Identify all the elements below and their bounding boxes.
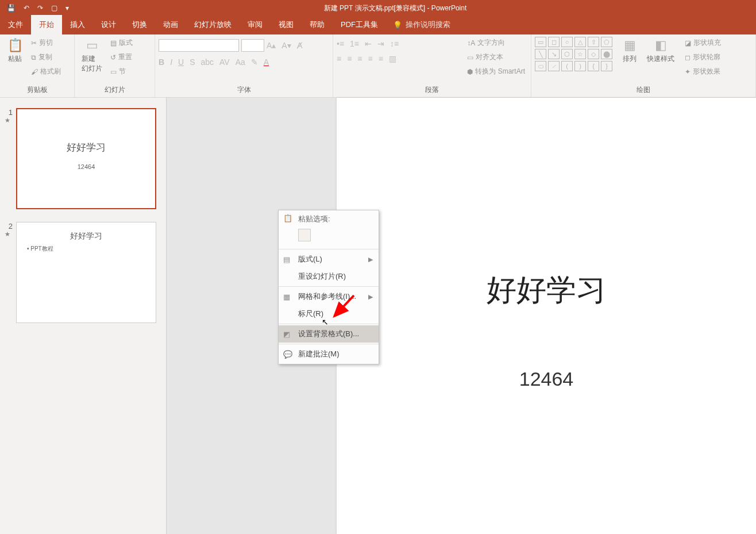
thumbnail-2-preview[interactable]: 好好学习 • PPT教程 bbox=[16, 222, 156, 323]
lightbulb-icon: 💡 bbox=[393, 21, 402, 29]
tell-me-search[interactable]: 💡 操作说明搜索 bbox=[386, 15, 457, 34]
menu-layout[interactable]: ▤ 版式(L)▶ bbox=[279, 251, 379, 268]
reset-button[interactable]: ↺重置 bbox=[108, 51, 135, 63]
slide-title-text[interactable]: 好好学习 bbox=[487, 270, 606, 310]
italic-button[interactable]: I bbox=[170, 57, 172, 67]
layout-button[interactable]: ▤版式 bbox=[108, 37, 135, 49]
grid-icon: ▦ bbox=[283, 293, 290, 301]
thumbnail-1-preview[interactable]: 好好学习 12464 bbox=[16, 108, 156, 209]
arrange-button[interactable]: ▦ 排列 bbox=[618, 37, 641, 65]
shapes-gallery[interactable]: ▭◻○△⇧⬠ ╲↘⬡☆◇⬤ ⬭⟋(){} bbox=[535, 37, 612, 71]
menu-separator bbox=[279, 249, 379, 249]
columns-button[interactable]: ▥ bbox=[389, 54, 396, 63]
underline-button[interactable]: U bbox=[178, 57, 184, 67]
strikethrough-button[interactable]: S bbox=[190, 57, 195, 67]
format-painter-button[interactable]: 🖌格式刷 bbox=[29, 66, 63, 78]
indent-decrease-button[interactable]: ⇤ bbox=[365, 39, 372, 48]
paste-options-row bbox=[279, 226, 379, 248]
slide-thumbnail-panel[interactable]: 1 ★ 好好学习 12464 2 ★ 好好学习 • PPT教程 bbox=[0, 98, 167, 534]
menu-grid-guides[interactable]: ▦ 网格和参考线(I)...▶ bbox=[279, 288, 379, 305]
font-name-selector[interactable] bbox=[159, 39, 239, 52]
new-slide-label: 新建 幻灯片 bbox=[82, 54, 102, 74]
distribute-button[interactable]: ≡ bbox=[379, 54, 383, 63]
chevron-right-icon: ▶ bbox=[368, 256, 373, 263]
undo-icon[interactable]: ↶ bbox=[24, 4, 29, 12]
copy-button[interactable]: ⧉复制 bbox=[29, 51, 63, 63]
tab-design[interactable]: 设计 bbox=[93, 15, 124, 34]
clipboard-icon: 📋 bbox=[7, 38, 23, 53]
menu-reset-slide[interactable]: 重设幻灯片(R) bbox=[279, 268, 379, 285]
tab-review[interactable]: 审阅 bbox=[240, 15, 271, 34]
decrease-font-icon[interactable]: A▾ bbox=[281, 41, 291, 50]
group-label-drawing: 绘图 bbox=[535, 84, 752, 96]
menu-format-background[interactable]: ◩ 设置背景格式(B)... bbox=[279, 325, 379, 343]
clear-format-icon[interactable]: A̸ bbox=[297, 41, 303, 50]
align-center-button[interactable]: ≡ bbox=[347, 54, 352, 63]
thumb-subtitle: 12464 bbox=[78, 163, 95, 170]
line-spacing-button[interactable]: ↕≡ bbox=[390, 39, 399, 48]
quick-access-toolbar: 💾 ↶ ↷ ▢ ▾ bbox=[0, 4, 69, 12]
effects-icon: ✦ bbox=[685, 68, 691, 76]
align-left-button[interactable]: ≡ bbox=[337, 54, 341, 63]
font-size-selector[interactable] bbox=[241, 39, 264, 52]
new-slide-button[interactable]: ▭ 新建 幻灯片 bbox=[78, 37, 106, 75]
thumb-title: 好好学习 bbox=[70, 231, 102, 241]
tab-help[interactable]: 帮助 bbox=[302, 15, 333, 34]
bold-button[interactable]: B bbox=[159, 57, 164, 67]
menu-ruler[interactable]: 标尺(R) bbox=[279, 305, 379, 322]
shape-outline-button[interactable]: ◻形状轮廓 bbox=[682, 51, 723, 63]
tab-animations[interactable]: 动画 bbox=[155, 15, 186, 34]
section-button[interactable]: ▭节 bbox=[108, 66, 135, 78]
menu-new-comment[interactable]: 💬 新建批注(M) bbox=[279, 345, 379, 363]
font-color-button[interactable]: A bbox=[264, 57, 269, 67]
qat-more-icon[interactable]: ▾ bbox=[65, 4, 69, 12]
change-case-button[interactable]: Aa bbox=[236, 57, 245, 67]
group-label-slides: 幻灯片 bbox=[78, 84, 151, 96]
paste-button[interactable]: 📋 粘贴 bbox=[3, 37, 26, 65]
context-menu: 📋 粘贴选项: ▤ 版式(L)▶ 重设幻灯片(R) ▦ 网格和参考线(I)...… bbox=[278, 210, 379, 364]
cut-button[interactable]: ✂剪切 bbox=[29, 37, 63, 49]
shadow-button[interactable]: abc bbox=[200, 57, 214, 67]
justify-button[interactable]: ≡ bbox=[368, 54, 373, 63]
tab-file[interactable]: 文件 bbox=[0, 15, 31, 34]
align-text-button[interactable]: ▭对齐文本 bbox=[465, 51, 527, 63]
outline-icon: ◻ bbox=[685, 53, 691, 62]
group-label-clipboard: 剪贴板 bbox=[3, 84, 71, 96]
tab-pdf[interactable]: PDF工具集 bbox=[333, 15, 386, 34]
align-right-button[interactable]: ≡ bbox=[357, 54, 362, 63]
quick-styles-button[interactable]: ◧ 快速样式 bbox=[643, 37, 678, 65]
current-slide[interactable]: 好好学习 12464 bbox=[337, 98, 756, 534]
paste-label: 粘贴 bbox=[8, 54, 22, 64]
text-direction-button[interactable]: ↕A文字方向 bbox=[465, 37, 527, 49]
fill-icon: ◪ bbox=[685, 39, 691, 47]
indent-increase-button[interactable]: ⇥ bbox=[377, 39, 384, 48]
brush-icon: 🖌 bbox=[31, 68, 38, 76]
shape-fill-button[interactable]: ◪形状填充 bbox=[682, 37, 723, 49]
numbering-button[interactable]: 1≡ bbox=[350, 39, 359, 48]
new-slide-icon: ▭ bbox=[86, 38, 98, 53]
paste-option-icon[interactable] bbox=[298, 229, 311, 241]
thumbnail-1[interactable]: 1 ★ 好好学习 12464 bbox=[5, 108, 161, 209]
tab-slideshow[interactable]: 幻灯片放映 bbox=[186, 15, 240, 34]
tab-view[interactable]: 视图 bbox=[271, 15, 302, 34]
highlight-button[interactable]: ✎ bbox=[251, 57, 258, 67]
tab-home[interactable]: 开始 bbox=[31, 15, 62, 34]
thumbnail-number: 2 bbox=[5, 222, 13, 230]
slide-subtitle-text[interactable]: 12464 bbox=[519, 368, 574, 390]
clipboard-icon: 📋 bbox=[283, 214, 292, 222]
shape-effects-button[interactable]: ✦形状效果 bbox=[682, 66, 723, 78]
thumbnail-2[interactable]: 2 ★ 好好学习 • PPT教程 bbox=[5, 222, 161, 323]
convert-smartart-button[interactable]: ⬢转换为 SmartArt bbox=[465, 66, 527, 78]
scissors-icon: ✂ bbox=[31, 39, 37, 47]
slide-canvas-area[interactable]: 好好学习 12464 bbox=[167, 98, 756, 534]
spacing-button[interactable]: AV bbox=[219, 57, 230, 67]
animation-indicator-icon: ★ bbox=[5, 230, 13, 238]
increase-font-icon[interactable]: A▴ bbox=[267, 41, 276, 50]
start-slideshow-icon[interactable]: ▢ bbox=[51, 4, 57, 12]
tab-insert[interactable]: 插入 bbox=[62, 15, 93, 34]
tab-transitions[interactable]: 切换 bbox=[124, 15, 155, 34]
save-icon[interactable]: 💾 bbox=[7, 4, 16, 12]
chevron-right-icon: ▶ bbox=[368, 293, 373, 301]
bullets-button[interactable]: •≡ bbox=[337, 39, 344, 48]
redo-icon[interactable]: ↷ bbox=[37, 4, 43, 12]
